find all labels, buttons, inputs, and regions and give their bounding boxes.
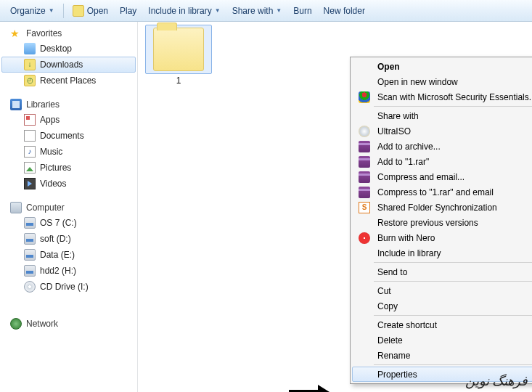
menu-compress-email[interactable]: Compress and email... — [352, 169, 532, 184]
open-button[interactable]: Open — [67, 2, 114, 20]
menu-include-library[interactable]: Include in library▶ — [352, 245, 532, 261]
menu-copy[interactable]: Copy — [352, 298, 532, 314]
label: Documents — [40, 131, 84, 141]
star-icon: ★ — [10, 28, 22, 39]
folder-name: 1 — [147, 75, 210, 86]
menu-create-shortcut[interactable]: Create shortcut — [352, 317, 532, 332]
favorites-section: ★ Favorites Desktop Downloads Recent Pla… — [0, 26, 137, 89]
label: Apps — [40, 115, 60, 125]
context-menu: Open Open in new window Scan with Micros… — [350, 57, 532, 384]
shield-icon — [359, 91, 370, 103]
menu-compress-1rar-email[interactable]: Compress to "1.rar" and email — [352, 184, 532, 200]
sidebar-item-cd-drive[interactable]: CD Drive (I:) — [1, 279, 136, 295]
nero-icon — [359, 232, 370, 244]
music-icon — [24, 146, 36, 158]
recent-icon — [24, 75, 36, 86]
sidebar-item-pictures[interactable]: Pictures — [1, 160, 136, 176]
navigation-pane: ★ Favorites Desktop Downloads Recent Pla… — [0, 22, 138, 392]
share-with-button[interactable]: Share with ▼ — [226, 2, 288, 20]
drive-icon — [24, 265, 36, 277]
computer-header[interactable]: Computer — [0, 200, 137, 215]
menu-add-archive[interactable]: Add to archive... — [352, 139, 532, 154]
menu-add-1rar[interactable]: Add to "1.rar" — [352, 154, 532, 169]
annotation-arrow — [289, 385, 332, 392]
sidebar-item-downloads[interactable]: Downloads — [1, 57, 136, 73]
sidebar-item-music[interactable]: Music — [1, 144, 136, 160]
label: Music — [40, 147, 62, 157]
play-label: Play — [120, 6, 136, 16]
menu-open-new-window[interactable]: Open in new window — [352, 74, 532, 89]
content-pane[interactable]: 1 Open Open in new window Scan with Micr… — [138, 22, 532, 392]
folder-item-1[interactable]: 1 — [147, 28, 210, 86]
chevron-down-icon: ▼ — [276, 7, 282, 14]
sidebar-item-drive-h[interactable]: hdd2 (H:) — [1, 263, 136, 279]
menu-send-to[interactable]: Send to▶ — [352, 264, 532, 279]
menu-share-with[interactable]: Share with▶ — [352, 108, 532, 123]
drive-icon — [24, 217, 36, 229]
drive-icon — [24, 233, 36, 245]
libraries-section: Libraries Apps Documents Music Pictures … — [0, 97, 137, 192]
network-header[interactable]: Network — [0, 317, 137, 331]
menu-shared-folder-sync[interactable]: Shared Folder Synchronization▶ — [352, 200, 532, 215]
label: Data (E:) — [40, 250, 75, 260]
sidebar-item-videos[interactable]: Videos — [1, 176, 136, 192]
menu-delete[interactable]: Delete — [352, 332, 532, 348]
computer-section: Computer OS 7 (C:) soft (D:) Data (E:) h… — [0, 200, 137, 295]
play-button[interactable]: Play — [114, 2, 142, 20]
winrar-icon — [359, 141, 370, 152]
share-label: Share with — [232, 6, 274, 16]
label: Desktop — [40, 44, 72, 54]
sidebar-item-desktop[interactable]: Desktop — [1, 41, 136, 57]
menu-restore-previous[interactable]: Restore previous versions — [352, 215, 532, 230]
sync-icon — [359, 202, 370, 213]
menu-separator — [374, 262, 532, 263]
documents-icon — [24, 130, 36, 142]
explorer-body: ★ Favorites Desktop Downloads Recent Pla… — [0, 22, 532, 392]
sidebar-item-drive-e[interactable]: Data (E:) — [1, 247, 136, 263]
menu-ultraiso[interactable]: UltraISO▶ — [352, 123, 532, 139]
computer-label: Computer — [26, 203, 65, 213]
network-section: Network — [0, 317, 137, 331]
organize-label: Organize — [10, 6, 46, 16]
network-label: Network — [26, 319, 58, 329]
sidebar-item-recent-places[interactable]: Recent Places — [1, 73, 136, 89]
sidebar-item-apps[interactable]: Apps — [1, 112, 136, 128]
desktop-icon — [24, 43, 36, 54]
drive-icon — [24, 249, 36, 261]
new-folder-button[interactable]: New folder — [318, 2, 371, 20]
burn-button[interactable]: Burn — [287, 2, 317, 20]
sidebar-item-drive-c[interactable]: OS 7 (C:) — [1, 215, 136, 231]
sidebar-item-drive-d[interactable]: soft (D:) — [1, 231, 136, 247]
open-label: Open — [87, 6, 108, 16]
label: CD Drive (I:) — [40, 282, 89, 292]
favorites-header[interactable]: ★ Favorites — [0, 26, 137, 41]
include-in-library-button[interactable]: Include in library ▼ — [142, 2, 226, 20]
menu-separator — [374, 281, 532, 282]
explorer-toolbar: Organize ▼ Open Play Include in library … — [0, 0, 532, 22]
cd-icon — [24, 281, 36, 293]
winrar-icon — [359, 187, 370, 198]
arrow-head-icon — [318, 385, 330, 392]
menu-separator — [374, 364, 532, 365]
computer-icon — [10, 202, 22, 213]
winrar-icon — [359, 171, 370, 183]
menu-cut[interactable]: Cut — [352, 283, 532, 298]
menu-burn-nero[interactable]: Burn with Nero — [352, 230, 532, 245]
menu-rename[interactable]: Rename — [352, 348, 532, 363]
include-label: Include in library — [148, 6, 211, 16]
label: Pictures — [40, 163, 71, 173]
label: soft (D:) — [40, 234, 71, 244]
menu-separator — [374, 106, 532, 107]
menu-open[interactable]: Open — [352, 59, 532, 74]
libraries-header[interactable]: Libraries — [0, 97, 137, 112]
organize-button[interactable]: Organize ▼ — [4, 2, 60, 20]
chevron-down-icon: ▼ — [215, 7, 221, 14]
downloads-icon — [24, 59, 36, 70]
folder-icon — [153, 28, 204, 71]
burn-label: Burn — [293, 6, 311, 16]
watermark-text: فرهنگ نوین — [465, 373, 528, 389]
sidebar-item-documents[interactable]: Documents — [1, 128, 136, 144]
menu-scan-mse[interactable]: Scan with Microsoft Security Essentials.… — [352, 89, 532, 105]
label: Recent Places — [40, 75, 96, 86]
label: Downloads — [40, 60, 83, 70]
